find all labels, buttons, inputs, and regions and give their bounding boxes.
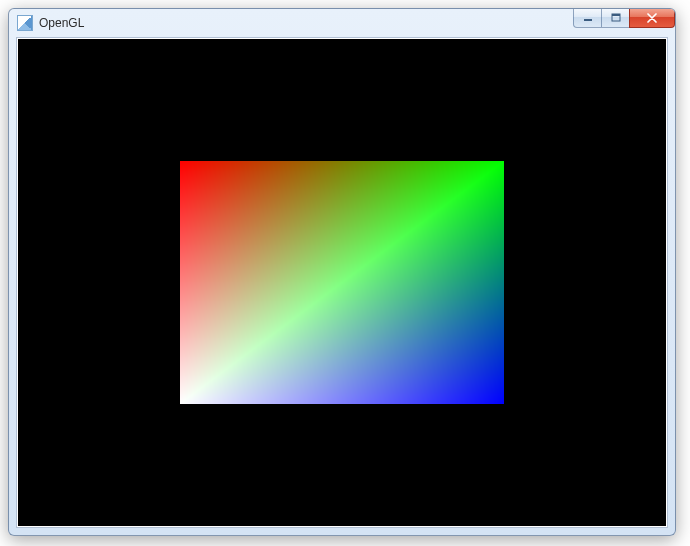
minimize-icon: [583, 13, 593, 23]
svg-rect-2: [612, 14, 620, 16]
window-controls: [574, 9, 675, 28]
opengl-app-icon: [17, 15, 33, 31]
svg-rect-0: [584, 19, 592, 21]
opengl-viewport: [18, 39, 666, 526]
window-title: OpenGL: [39, 15, 84, 31]
maximize-icon: [611, 13, 621, 23]
app-window: OpenGL: [8, 8, 676, 536]
client-area: [16, 37, 668, 528]
close-icon: [646, 13, 658, 23]
title-bar[interactable]: OpenGL: [9, 9, 675, 37]
gl-canvas: [18, 39, 666, 526]
maximize-button[interactable]: [601, 9, 630, 28]
close-button[interactable]: [629, 9, 675, 28]
minimize-button[interactable]: [573, 9, 602, 28]
